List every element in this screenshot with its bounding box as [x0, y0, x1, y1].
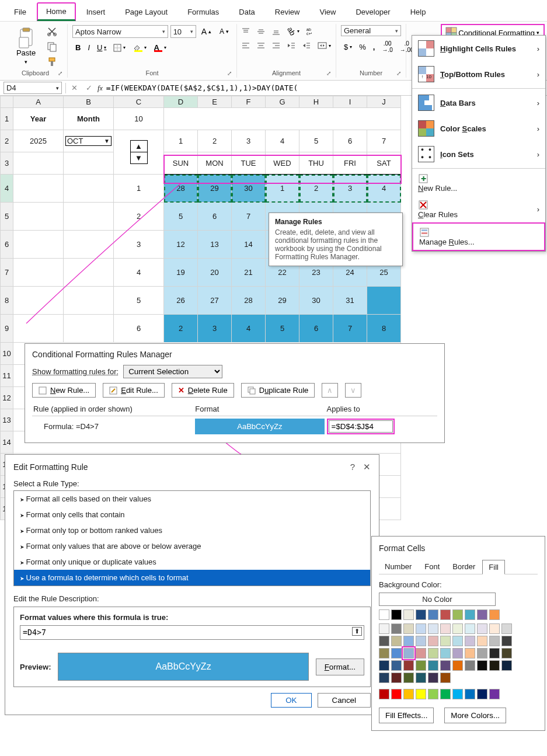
- cf-manage-rules[interactable]: Manage Rules...: [412, 222, 545, 251]
- cell-J8[interactable]: [367, 287, 401, 315]
- cell-A7[interactable]: [13, 259, 64, 287]
- align-right-button[interactable]: [269, 40, 283, 51]
- help-icon[interactable]: ?: [350, 462, 355, 472]
- cell-E5[interactable]: 6: [198, 203, 232, 231]
- row-header-5[interactable]: 5: [1, 203, 13, 231]
- cell-E6[interactable]: 13: [198, 231, 232, 259]
- col-header-H[interactable]: H: [299, 96, 333, 108]
- cell-G4[interactable]: 1: [266, 175, 299, 203]
- cell-A3[interactable]: [13, 152, 64, 175]
- font-color-button[interactable]: A▾: [151, 41, 169, 54]
- cell-D3[interactable]: SUN: [164, 152, 198, 175]
- cell-B8[interactable]: [64, 287, 114, 315]
- cell-F4[interactable]: 30: [232, 175, 266, 203]
- cell-G9[interactable]: 5: [266, 315, 299, 343]
- cf-highlight-cells-rules[interactable]: Highlight Cells Rules ›: [412, 36, 545, 61]
- cf-clear-rules[interactable]: Clear Rules ›: [412, 196, 545, 222]
- cfrm-applies-input[interactable]: [329, 420, 393, 433]
- row-header-1[interactable]: 1: [1, 108, 13, 130]
- bold-button[interactable]: B: [72, 41, 83, 54]
- tab-data[interactable]: Data: [229, 3, 264, 21]
- cell-E9[interactable]: 3: [198, 315, 232, 343]
- alignment-launcher[interactable]: ⤢: [326, 70, 331, 76]
- copy-button[interactable]: [44, 40, 60, 53]
- cell-G3[interactable]: WED: [266, 152, 299, 175]
- cell-C1[interactable]: 10: [114, 108, 164, 130]
- cell-E4[interactable]: 29: [198, 175, 232, 203]
- row-header-6[interactable]: 6: [1, 231, 13, 259]
- cell-G2[interactable]: 4: [266, 130, 299, 152]
- cell-C9[interactable]: 6: [114, 315, 164, 343]
- cfrm-duplicate-rule-button[interactable]: Duplicate Rule: [241, 383, 315, 398]
- cf-icon-sets[interactable]: ●●●●Icon Sets ›: [412, 141, 545, 167]
- row-header-14[interactable]: 14: [1, 431, 13, 454]
- cell-B1[interactable]: Month: [64, 108, 114, 130]
- cell-H9[interactable]: 6: [299, 315, 333, 343]
- cell-H3[interactable]: THU: [299, 152, 333, 175]
- cell-G8[interactable]: 29: [266, 287, 299, 315]
- cell-F6[interactable]: 14: [232, 231, 266, 259]
- cfrm-scope-select[interactable]: Current Selection: [123, 365, 222, 378]
- cell-H4[interactable]: 2: [299, 175, 333, 203]
- tab-home[interactable]: Home: [37, 2, 76, 21]
- number-launcher[interactable]: ⤢: [396, 70, 401, 76]
- align-center-button[interactable]: [254, 40, 268, 51]
- cell-C6[interactable]: 3: [114, 231, 164, 259]
- cell-A5[interactable]: [13, 203, 64, 231]
- row-header-4[interactable]: 4: [1, 175, 13, 203]
- cell-I2[interactable]: 6: [333, 130, 367, 152]
- cf-data-bars[interactable]: Data Bars ›: [412, 90, 545, 116]
- cell-A8[interactable]: [13, 287, 64, 315]
- cell-D7[interactable]: 19: [164, 259, 198, 287]
- cell-B4[interactable]: [64, 175, 114, 203]
- comma-button[interactable]: ,: [370, 39, 378, 55]
- row-header-7[interactable]: 7: [1, 259, 13, 287]
- enter-formula-button[interactable]: ✓: [83, 82, 95, 94]
- increase-font-button[interactable]: A▴: [198, 25, 214, 38]
- paste-button[interactable]: Paste ▾: [11, 25, 41, 68]
- cell-E3[interactable]: MON: [198, 152, 232, 175]
- spinner-up-icon[interactable]: ▲: [131, 141, 147, 152]
- cell-B6[interactable]: [64, 231, 114, 259]
- cell-E2[interactable]: 2: [198, 130, 232, 152]
- col-header-D[interactable]: D: [164, 96, 198, 108]
- cfrm-new-rule-button[interactable]: New Rule...: [32, 383, 96, 398]
- cell-B3[interactable]: [64, 152, 114, 175]
- tab-view[interactable]: View: [310, 3, 345, 21]
- cell-F9[interactable]: 4: [232, 315, 266, 343]
- cell-F5[interactable]: 7: [232, 203, 266, 231]
- row-header-9[interactable]: 9: [1, 315, 13, 343]
- wrap-text-button[interactable]: abc↵: [304, 25, 319, 37]
- decrease-font-button[interactable]: A▾: [217, 25, 232, 38]
- cf-new-rule[interactable]: ✚New Rule...: [412, 170, 545, 196]
- cell-I3[interactable]: FRI: [333, 152, 367, 175]
- row-header-2[interactable]: 2: [1, 130, 13, 152]
- row-header-10[interactable]: 10: [1, 343, 13, 365]
- cf-top-bottom-rules[interactable]: ↑10Top/Bottom Rules ›: [412, 61, 545, 87]
- cell-I4[interactable]: 3: [333, 175, 367, 203]
- number-format-combo[interactable]: General▾: [341, 25, 401, 36]
- cell-C7[interactable]: 4: [114, 259, 164, 287]
- cell-B7[interactable]: [64, 259, 114, 287]
- col-header-I[interactable]: I: [333, 96, 367, 108]
- cell-F8[interactable]: 28: [232, 287, 266, 315]
- cell-J2[interactable]: 7: [367, 130, 401, 152]
- cell-I9[interactable]: 7: [333, 315, 367, 343]
- cell-D9[interactable]: 2: [164, 315, 198, 343]
- cell-C8[interactable]: 5: [114, 287, 164, 315]
- font-name-combo[interactable]: Aptos Narrow▾: [72, 25, 168, 38]
- close-icon[interactable]: ✕: [363, 462, 371, 472]
- cf-color-scales[interactable]: Color Scales ›: [412, 116, 545, 141]
- tab-insert[interactable]: Insert: [77, 3, 115, 21]
- cell-D8[interactable]: 26: [164, 287, 198, 315]
- col-header-F[interactable]: F: [232, 96, 266, 108]
- col-header-A[interactable]: A: [13, 96, 64, 108]
- cell-weekdays-header[interactable]: [164, 108, 401, 130]
- cell-E8[interactable]: 27: [198, 287, 232, 315]
- spinner-down-icon[interactable]: ▼: [131, 152, 147, 163]
- col-header-E[interactable]: E: [198, 96, 232, 108]
- merge-center-button[interactable]: ▾: [315, 40, 334, 51]
- percent-button[interactable]: %: [356, 39, 369, 55]
- fill-color-button[interactable]: ▾: [130, 41, 149, 54]
- tab-pagelayout[interactable]: Page Layout: [116, 3, 177, 21]
